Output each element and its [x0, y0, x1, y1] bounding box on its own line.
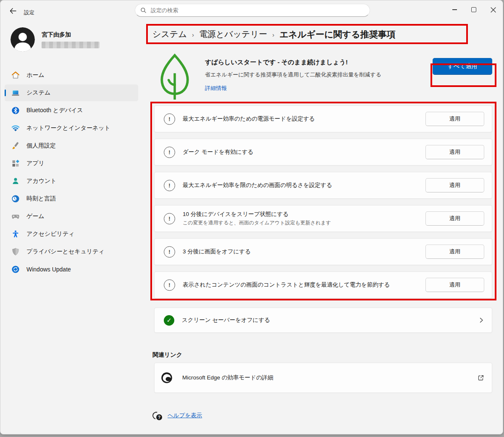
- sidebar-item-label: ネットワークとインターネット: [26, 124, 110, 132]
- accessibility-icon: [11, 230, 20, 238]
- energy-hero: すばらしいスタートです - そのまま続けましょう! 省エネルギーに関する推奨事項…: [152, 53, 492, 100]
- shield-icon: [11, 247, 20, 256]
- sidebar-item-apps[interactable]: アプリ: [5, 155, 138, 172]
- page-title: エネルギーに関する推奨事項: [279, 29, 395, 40]
- app-title: 設定: [24, 9, 34, 16]
- back-arrow-icon: [10, 8, 16, 14]
- help-row: ? ヘルプを表示: [152, 411, 492, 421]
- recommendation-label: 10 分後にデバイスをスリープ状態にする: [183, 211, 425, 218]
- sidebar-item-network-internet[interactable]: ネットワークとインターネット: [5, 120, 138, 137]
- sidebar-item-label: アカウント: [26, 177, 57, 185]
- window-controls: [445, 0, 503, 19]
- exclamation-icon: !: [164, 246, 175, 258]
- sidebar-item-label: システム: [26, 89, 50, 97]
- sidebar-item-accessibility[interactable]: アクセシビリティ: [5, 226, 138, 242]
- exclamation-icon: !: [164, 180, 175, 191]
- maximize-icon: [471, 7, 476, 12]
- sidebar-item-label: プライバシーとセキュリティ: [26, 248, 105, 255]
- get-help-icon: ?: [152, 411, 163, 421]
- breadcrumb: システム › 電源とバッテリー › エネルギーに関する推奨事項: [152, 24, 492, 44]
- hero-subtitle: 省エネルギーに関する推奨事項を適用して二酸化炭素排出量を削減する: [205, 71, 381, 79]
- breadcrumb-separator-icon: ›: [192, 30, 194, 38]
- maximize-button[interactable]: [464, 0, 483, 19]
- system-icon: [11, 89, 20, 97]
- bluetooth-icon: [11, 106, 20, 115]
- apply-button[interactable]: 適用: [425, 211, 484, 226]
- exclamation-icon: !: [164, 147, 175, 158]
- sidebar-item-label: Bluetooth とデバイス: [26, 107, 83, 114]
- search-box[interactable]: [135, 4, 370, 17]
- sidebar-item-accounts[interactable]: アカウント: [5, 173, 138, 190]
- home-icon: [11, 71, 20, 79]
- titlebar: 設定: [0, 0, 503, 21]
- related-links-heading: 関連リンク: [152, 351, 492, 359]
- minimize-button[interactable]: [445, 0, 464, 19]
- breadcrumb-system[interactable]: システム: [152, 29, 187, 40]
- sidebar-item-label: アプリ: [26, 160, 45, 167]
- related-link-row[interactable]: Microsoft Edge の効率モードの詳細: [154, 363, 492, 393]
- recommendation-row: ! 表示されたコンテンツの画面のコントラストと輝度を最適化して電力を節約する 適…: [154, 271, 492, 298]
- paintbrush-icon: [11, 142, 20, 150]
- profile[interactable]: 宮下由多加: [10, 27, 100, 52]
- sidebar-item-gaming[interactable]: ゲーム: [5, 208, 138, 225]
- game-controller-icon: [11, 212, 20, 221]
- breadcrumb-power-battery[interactable]: 電源とバッテリー: [199, 29, 267, 40]
- search-input[interactable]: [150, 7, 365, 14]
- close-button[interactable]: [483, 0, 503, 19]
- sidebar-item-privacy-security[interactable]: プライバシーとセキュリティ: [5, 243, 138, 260]
- apply-button[interactable]: 適用: [425, 178, 484, 192]
- sidebar-item-label: ホーム: [26, 71, 45, 79]
- profile-email-blurred: [42, 42, 100, 48]
- recommendation-row: ! 最大エネルギー効率を限のための画面の明るさを設定する 適用: [154, 172, 492, 199]
- screensaver-label: スクリーン セーバーをオフにする: [182, 316, 270, 324]
- apply-button[interactable]: 適用: [425, 278, 484, 292]
- recommendation-label: 3 分後に画面をオフにする: [183, 248, 425, 255]
- sidebar-nav: ホーム システム Bluetooth とデバイス ネットワークとインタ: [3, 66, 140, 279]
- hero-title: すばらしいスタートです - そのまま続けましょう!: [205, 58, 381, 66]
- settings-window: 設定 宮下由多加: [0, 0, 503, 434]
- active-indicator: [5, 90, 6, 96]
- sidebar-item-bluetooth-devices[interactable]: Bluetooth とデバイス: [5, 102, 138, 119]
- avatar: [10, 27, 35, 52]
- sidebar-item-time-language[interactable]: 時刻と言語: [5, 190, 138, 207]
- sidebar-item-home[interactable]: ホーム: [5, 67, 138, 84]
- apply-button[interactable]: 適用: [425, 112, 484, 126]
- recommendation-row: ! 3 分後に画面をオフにする 適用: [154, 238, 492, 265]
- chevron-right-icon: [478, 317, 484, 323]
- sidebar: 宮下由多加 ホーム システム: [0, 21, 146, 434]
- recommendation-label: ダーク モードを有効にする: [183, 148, 425, 156]
- update-icon: [11, 265, 20, 274]
- close-icon: [491, 7, 496, 13]
- related-link-label: Microsoft Edge の効率モードの詳細: [182, 374, 273, 382]
- apply-all-button[interactable]: すべて適用: [433, 58, 492, 75]
- screensaver-row[interactable]: ✓ スクリーン セーバーをオフにする: [154, 308, 492, 333]
- recommendation-label: 表示されたコンテンツの画面のコントラストと輝度を最適化して電力を節約する: [183, 281, 425, 289]
- sidebar-item-label: Windows Update: [26, 266, 71, 273]
- apply-button[interactable]: 適用: [425, 245, 484, 259]
- sidebar-item-label: 個人用設定: [26, 142, 56, 150]
- wifi-icon: [11, 124, 20, 132]
- exclamation-icon: !: [164, 113, 175, 125]
- sidebar-item-windows-update[interactable]: Windows Update: [5, 261, 138, 278]
- edge-icon: [160, 371, 173, 384]
- search-icon: [140, 7, 147, 13]
- show-help-link[interactable]: ヘルプを表示: [168, 412, 202, 419]
- check-circle-icon: ✓: [164, 315, 174, 326]
- sidebar-item-label: アクセシビリティ: [26, 230, 75, 238]
- recommendations-list: ! 最大エネルギー効率のための電源モードを設定する 適用 ! ダーク モードを有…: [154, 105, 492, 298]
- person-icon: [11, 177, 20, 185]
- apps-icon: [11, 159, 20, 168]
- recommendation-row: ! 最大エネルギー効率のための電源モードを設定する 適用: [154, 105, 492, 132]
- apply-button[interactable]: 適用: [425, 145, 484, 159]
- learn-more-link[interactable]: 詳細情報: [205, 84, 227, 92]
- main-content: システム › 電源とバッテリー › エネルギーに関する推奨事項 すばらしいスター…: [152, 21, 492, 421]
- profile-name: 宮下由多加: [42, 31, 100, 39]
- recommendation-label: 最大エネルギー効率を限のための画面の明るさを設定する: [183, 182, 425, 189]
- back-button[interactable]: [6, 5, 20, 16]
- clock-globe-icon: [11, 195, 20, 203]
- recommendation-row: ! ダーク モードを有効にする 適用: [154, 139, 492, 166]
- sidebar-item-system[interactable]: システム: [5, 84, 138, 101]
- sidebar-item-personalization[interactable]: 個人用設定: [5, 137, 138, 154]
- minimize-icon: [452, 9, 457, 10]
- leaf-icon: [158, 53, 192, 101]
